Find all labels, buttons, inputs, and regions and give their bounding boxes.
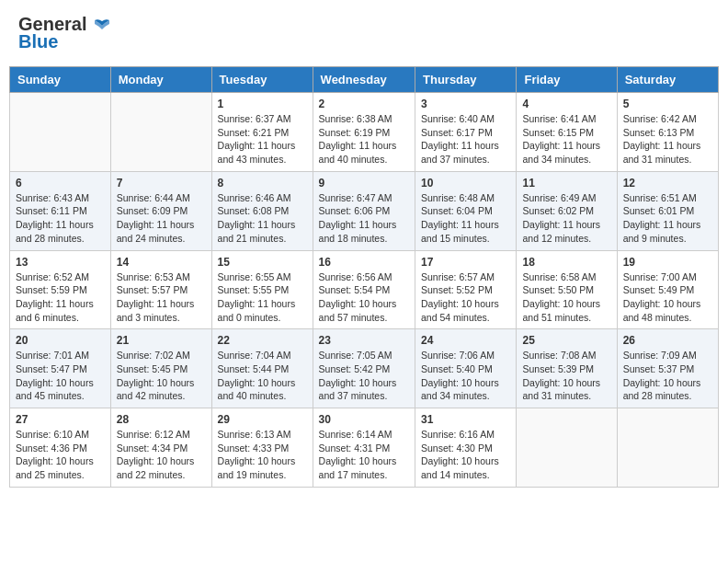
- day-number: 28: [117, 413, 206, 426]
- calendar-cell: 11Sunrise: 6:49 AM Sunset: 6:02 PM Dayli…: [517, 171, 617, 250]
- cell-content: Sunrise: 6:38 AM Sunset: 6:19 PM Dayligh…: [319, 112, 409, 167]
- logo-bird-icon: [93, 18, 111, 33]
- cell-content: Sunrise: 6:16 AM Sunset: 4:30 PM Dayligh…: [421, 428, 510, 482]
- day-number: 22: [218, 334, 307, 347]
- cell-content: Sunrise: 6:55 AM Sunset: 5:55 PM Dayligh…: [218, 270, 307, 325]
- cell-content: Sunrise: 6:51 AM Sunset: 6:01 PM Dayligh…: [623, 191, 712, 246]
- cell-content: Sunrise: 7:02 AM Sunset: 5:45 PM Dayligh…: [117, 349, 206, 403]
- cell-content: Sunrise: 7:05 AM Sunset: 5:42 PM Dayligh…: [319, 349, 409, 403]
- calendar-cell: 1Sunrise: 6:37 AM Sunset: 6:21 PM Daylig…: [211, 93, 313, 172]
- calendar-cell: 4Sunrise: 6:41 AM Sunset: 6:15 PM Daylig…: [517, 93, 617, 172]
- day-number: 15: [218, 256, 307, 269]
- calendar-cell: 22Sunrise: 7:04 AM Sunset: 5:44 PM Dayli…: [211, 329, 313, 408]
- calendar-cell: 26Sunrise: 7:09 AM Sunset: 5:37 PM Dayli…: [617, 329, 718, 408]
- calendar-cell: 16Sunrise: 6:56 AM Sunset: 5:54 PM Dayli…: [313, 250, 415, 329]
- calendar-cell: 12Sunrise: 6:51 AM Sunset: 6:01 PM Dayli…: [617, 171, 718, 250]
- day-number: 17: [421, 256, 510, 269]
- calendar-cell: 28Sunrise: 6:12 AM Sunset: 4:34 PM Dayli…: [110, 408, 211, 488]
- calendar-cell: 10Sunrise: 6:48 AM Sunset: 6:04 PM Dayli…: [415, 171, 517, 250]
- day-number: 19: [623, 256, 712, 269]
- weekday-header: Sunday: [10, 67, 111, 93]
- calendar-cell: [517, 408, 617, 488]
- calendar-cell: 5Sunrise: 6:42 AM Sunset: 6:13 PM Daylig…: [617, 93, 718, 172]
- calendar-cell: 18Sunrise: 6:58 AM Sunset: 5:50 PM Dayli…: [517, 250, 617, 329]
- day-number: 4: [522, 98, 610, 110]
- cell-content: Sunrise: 6:46 AM Sunset: 6:08 PM Dayligh…: [218, 191, 307, 246]
- calendar-cell: 7Sunrise: 6:44 AM Sunset: 6:09 PM Daylig…: [110, 171, 211, 250]
- calendar-cell: 3Sunrise: 6:40 AM Sunset: 6:17 PM Daylig…: [415, 93, 517, 172]
- cell-content: Sunrise: 6:58 AM Sunset: 5:50 PM Dayligh…: [522, 270, 610, 325]
- day-number: 20: [16, 334, 105, 347]
- day-number: 8: [218, 177, 307, 190]
- day-number: 9: [319, 177, 409, 190]
- calendar-table: SundayMondayTuesdayWednesdayThursdayFrid…: [9, 66, 719, 488]
- cell-content: Sunrise: 7:04 AM Sunset: 5:44 PM Dayligh…: [218, 349, 307, 403]
- day-number: 3: [421, 98, 510, 110]
- cell-content: Sunrise: 6:52 AM Sunset: 5:59 PM Dayligh…: [16, 270, 105, 325]
- cell-content: Sunrise: 7:00 AM Sunset: 5:49 PM Dayligh…: [623, 270, 712, 325]
- cell-content: Sunrise: 6:53 AM Sunset: 5:57 PM Dayligh…: [117, 270, 206, 325]
- calendar-cell: 20Sunrise: 7:01 AM Sunset: 5:47 PM Dayli…: [10, 329, 111, 408]
- calendar-cell: 15Sunrise: 6:55 AM Sunset: 5:55 PM Dayli…: [211, 250, 313, 329]
- cell-content: Sunrise: 6:56 AM Sunset: 5:54 PM Dayligh…: [319, 270, 409, 325]
- day-number: 7: [117, 177, 206, 190]
- calendar-cell: 29Sunrise: 6:13 AM Sunset: 4:33 PM Dayli…: [211, 408, 313, 488]
- day-number: 5: [623, 98, 712, 110]
- calendar-cell: 8Sunrise: 6:46 AM Sunset: 6:08 PM Daylig…: [211, 171, 313, 250]
- day-number: 26: [623, 334, 712, 347]
- day-number: 12: [623, 177, 712, 190]
- day-number: 2: [319, 98, 409, 110]
- day-number: 16: [319, 256, 409, 269]
- calendar-cell: 2Sunrise: 6:38 AM Sunset: 6:19 PM Daylig…: [313, 93, 415, 172]
- weekday-header: Friday: [517, 67, 617, 93]
- day-number: 31: [421, 413, 510, 426]
- cell-content: Sunrise: 6:41 AM Sunset: 6:15 PM Dayligh…: [522, 112, 610, 167]
- weekday-header: Thursday: [415, 67, 517, 93]
- day-number: 11: [522, 177, 610, 190]
- day-number: 24: [421, 334, 510, 347]
- logo-blue: Blue: [18, 31, 58, 52]
- page-header: General Blue: [9, 9, 719, 57]
- day-number: 10: [421, 177, 510, 190]
- cell-content: Sunrise: 6:48 AM Sunset: 6:04 PM Dayligh…: [421, 191, 510, 246]
- day-number: 30: [319, 413, 409, 426]
- cell-content: Sunrise: 6:12 AM Sunset: 4:34 PM Dayligh…: [117, 428, 206, 482]
- day-number: 25: [522, 334, 610, 347]
- cell-content: Sunrise: 7:01 AM Sunset: 5:47 PM Dayligh…: [16, 349, 105, 403]
- calendar-cell: 30Sunrise: 6:14 AM Sunset: 4:31 PM Dayli…: [313, 408, 415, 488]
- day-number: 29: [218, 413, 307, 426]
- calendar-cell: 6Sunrise: 6:43 AM Sunset: 6:11 PM Daylig…: [10, 171, 111, 250]
- calendar-cell: 25Sunrise: 7:08 AM Sunset: 5:39 PM Dayli…: [517, 329, 617, 408]
- logo: General Blue: [18, 14, 112, 52]
- day-number: 6: [16, 177, 105, 190]
- calendar-cell: [10, 93, 111, 172]
- cell-content: Sunrise: 6:42 AM Sunset: 6:13 PM Dayligh…: [623, 112, 712, 167]
- calendar-cell: 24Sunrise: 7:06 AM Sunset: 5:40 PM Dayli…: [415, 329, 517, 408]
- day-number: 23: [319, 334, 409, 347]
- weekday-header: Saturday: [617, 67, 718, 93]
- day-number: 18: [522, 256, 610, 269]
- cell-content: Sunrise: 6:44 AM Sunset: 6:09 PM Dayligh…: [117, 191, 206, 246]
- calendar-cell: 23Sunrise: 7:05 AM Sunset: 5:42 PM Dayli…: [313, 329, 415, 408]
- calendar-cell: [617, 408, 718, 488]
- cell-content: Sunrise: 6:43 AM Sunset: 6:11 PM Dayligh…: [16, 191, 105, 246]
- cell-content: Sunrise: 6:14 AM Sunset: 4:31 PM Dayligh…: [319, 428, 409, 482]
- cell-content: Sunrise: 6:47 AM Sunset: 6:06 PM Dayligh…: [319, 191, 409, 246]
- cell-content: Sunrise: 6:49 AM Sunset: 6:02 PM Dayligh…: [522, 191, 610, 246]
- calendar-cell: [110, 93, 211, 172]
- calendar-cell: 27Sunrise: 6:10 AM Sunset: 4:36 PM Dayli…: [10, 408, 111, 488]
- calendar-cell: 9Sunrise: 6:47 AM Sunset: 6:06 PM Daylig…: [313, 171, 415, 250]
- weekday-header: Tuesday: [211, 67, 313, 93]
- calendar-cell: 21Sunrise: 7:02 AM Sunset: 5:45 PM Dayli…: [110, 329, 211, 408]
- calendar-cell: 13Sunrise: 6:52 AM Sunset: 5:59 PM Dayli…: [10, 250, 111, 329]
- cell-content: Sunrise: 6:57 AM Sunset: 5:52 PM Dayligh…: [421, 270, 510, 325]
- cell-content: Sunrise: 7:08 AM Sunset: 5:39 PM Dayligh…: [522, 349, 610, 403]
- cell-content: Sunrise: 7:09 AM Sunset: 5:37 PM Dayligh…: [623, 349, 712, 403]
- cell-content: Sunrise: 6:10 AM Sunset: 4:36 PM Dayligh…: [16, 428, 105, 482]
- calendar-cell: 19Sunrise: 7:00 AM Sunset: 5:49 PM Dayli…: [617, 250, 718, 329]
- day-number: 21: [117, 334, 206, 347]
- calendar-cell: 31Sunrise: 6:16 AM Sunset: 4:30 PM Dayli…: [415, 408, 517, 488]
- cell-content: Sunrise: 7:06 AM Sunset: 5:40 PM Dayligh…: [421, 349, 510, 403]
- day-number: 14: [117, 256, 206, 269]
- weekday-header: Monday: [110, 67, 211, 93]
